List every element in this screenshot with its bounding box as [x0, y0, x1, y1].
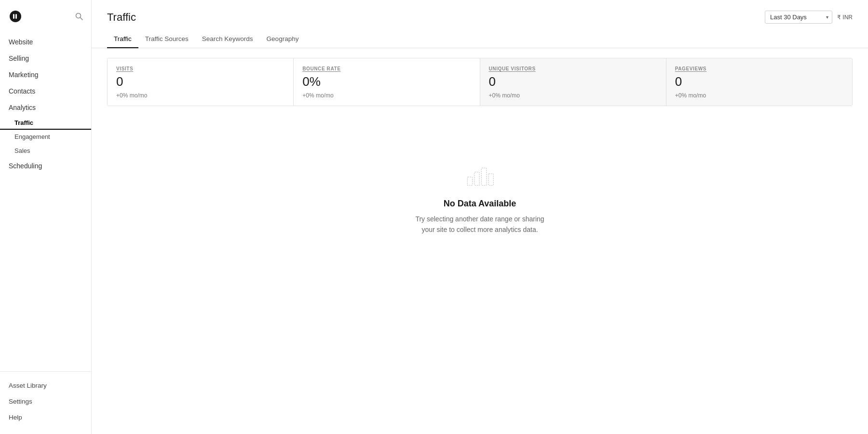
- stat-value-bounce-rate: 0%: [302, 74, 471, 89]
- tab-geography[interactable]: Geography: [260, 31, 306, 48]
- stats-row: VISITS 0 +0% mo/mo BOUNCE RATE 0% +0% mo…: [107, 58, 853, 106]
- stat-value-pageviews: 0: [675, 74, 843, 89]
- sidebar-footer: Asset Library Settings Help: [0, 371, 91, 434]
- sidebar-item-analytics[interactable]: Analytics: [0, 99, 91, 116]
- sidebar-nav: Website Selling Marketing Contacts Analy…: [0, 30, 91, 371]
- tab-traffic-sources[interactable]: Traffic Sources: [138, 31, 195, 48]
- stat-value-visits: 0: [116, 74, 285, 89]
- svg-rect-3: [475, 172, 479, 185]
- svg-rect-5: [488, 174, 493, 185]
- stat-label-bounce-rate: BOUNCE RATE: [302, 66, 471, 71]
- stat-label-visits: VISITS: [116, 66, 285, 71]
- sidebar-item-marketing[interactable]: Marketing: [0, 67, 91, 83]
- no-data-chart-icon: [465, 164, 494, 190]
- tab-search-keywords[interactable]: Search Keywords: [195, 31, 260, 48]
- sidebar-item-website[interactable]: Website: [0, 34, 91, 50]
- sidebar-item-settings[interactable]: Settings: [0, 393, 91, 409]
- stat-change-bounce-rate: +0% mo/mo: [302, 92, 471, 99]
- app-logo[interactable]: [8, 9, 23, 24]
- sidebar-item-scheduling[interactable]: Scheduling: [0, 158, 91, 174]
- svg-rect-2: [467, 177, 472, 185]
- sidebar-top: [0, 0, 91, 30]
- stat-label-unique-visitors: UNIQUE VISITORS: [489, 66, 657, 71]
- date-range-select[interactable]: Last 30 Days Last 7 Days Last 90 Days La…: [765, 11, 832, 24]
- search-button[interactable]: [75, 12, 83, 21]
- stat-card-pageviews: PAGEVIEWS 0 +0% mo/mo: [666, 58, 852, 106]
- sidebar-sub-item-sales[interactable]: Sales: [0, 144, 91, 158]
- stat-change-unique-visitors: +0% mo/mo: [489, 92, 657, 99]
- stat-card-visits: VISITS 0 +0% mo/mo: [108, 58, 294, 106]
- svg-line-1: [81, 18, 83, 20]
- stat-card-bounce-rate: BOUNCE RATE 0% +0% mo/mo: [294, 58, 480, 106]
- svg-rect-4: [481, 168, 486, 185]
- header-controls: Last 30 Days Last 7 Days Last 90 Days La…: [765, 11, 853, 24]
- sidebar: Website Selling Marketing Contacts Analy…: [0, 0, 92, 434]
- stat-label-pageviews: PAGEVIEWS: [675, 66, 843, 71]
- main-content: Traffic Last 30 Days Last 7 Days Last 90…: [92, 0, 868, 434]
- stat-change-pageviews: +0% mo/mo: [675, 92, 843, 99]
- stat-change-visits: +0% mo/mo: [116, 92, 285, 99]
- sidebar-item-selling[interactable]: Selling: [0, 50, 91, 67]
- currency-badge: ₹ INR: [837, 14, 853, 21]
- sidebar-item-contacts[interactable]: Contacts: [0, 83, 91, 99]
- no-data-section: No Data Available Try selecting another …: [92, 125, 868, 264]
- sidebar-item-help[interactable]: Help: [0, 409, 91, 425]
- sidebar-sub-item-traffic[interactable]: Traffic: [0, 116, 91, 130]
- stat-value-unique-visitors: 0: [489, 74, 657, 89]
- stat-card-unique-visitors: UNIQUE VISITORS 0 +0% mo/mo: [480, 58, 666, 106]
- date-range-wrapper: Last 30 Days Last 7 Days Last 90 Days La…: [765, 11, 832, 24]
- main-header: Traffic Last 30 Days Last 7 Days Last 90…: [92, 0, 868, 24]
- tabs-bar: Traffic Traffic Sources Search Keywords …: [92, 24, 868, 48]
- page-title: Traffic: [107, 11, 136, 24]
- sidebar-sub-item-engagement[interactable]: Engagement: [0, 130, 91, 144]
- no-data-title: No Data Available: [444, 199, 516, 209]
- no-data-description: Try selecting another date range or shar…: [412, 214, 547, 235]
- tab-traffic[interactable]: Traffic: [107, 31, 138, 48]
- sidebar-item-asset-library[interactable]: Asset Library: [0, 378, 91, 393]
